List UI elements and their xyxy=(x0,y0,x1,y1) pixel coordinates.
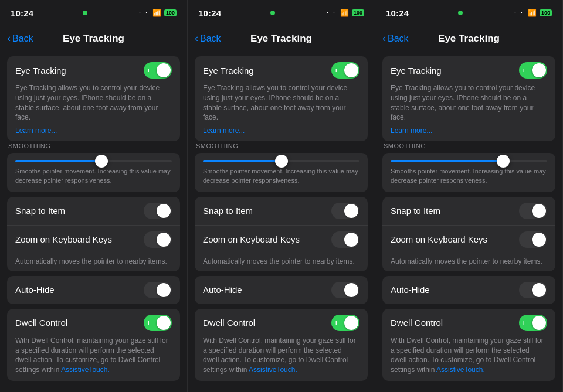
smoothing-card: Smooths pointer movement. Increasing thi… xyxy=(382,153,555,192)
nav-bar: ‹ Back Eye Tracking xyxy=(188,26,375,52)
settings-row[interactable]: Zoom on Keyboard Keys xyxy=(382,226,555,254)
smoothing-section: SMOOTHING Smooths pointer movement. Incr… xyxy=(7,142,180,192)
toggle-on-label: I xyxy=(148,67,150,73)
row-label: Zoom on Keyboard Keys xyxy=(15,234,112,244)
auto-hide-row[interactable]: Auto-Hide xyxy=(382,276,555,304)
assistive-touch-link[interactable]: AssistiveTouch. xyxy=(436,366,485,374)
back-button[interactable]: ‹ Back xyxy=(7,33,33,45)
dwell-control-description: With Dwell Control, maintaining your gaz… xyxy=(391,336,547,375)
nav-title: Eye Tracking xyxy=(438,33,500,45)
slider-thumb[interactable] xyxy=(275,155,288,168)
eye-tracking-section: Eye Tracking I Eye Tracking allows you t… xyxy=(7,56,180,141)
status-time: 10:24 xyxy=(198,8,221,18)
dot-green xyxy=(270,11,275,15)
nav-bar: ‹ Back Eye Tracking xyxy=(0,26,187,52)
eye-tracking-toggle[interactable]: I xyxy=(331,62,359,79)
eye-tracking-section: Eye Tracking I Eye Tracking allows you t… xyxy=(382,56,555,141)
back-button[interactable]: ‹ Back xyxy=(195,33,221,45)
dwell-control-toggle[interactable]: I xyxy=(331,315,359,331)
status-icons: ⋮⋮ 📶 100 xyxy=(137,9,177,17)
dot-green xyxy=(83,11,87,15)
smoothing-label: SMOOTHING xyxy=(7,142,180,149)
status-center xyxy=(83,11,87,15)
auto-hide-label: Auto-Hide xyxy=(15,285,55,295)
nav-title: Eye Tracking xyxy=(250,33,312,45)
settings-row[interactable]: Snap to Item xyxy=(7,197,180,226)
wifi-icon: 📶 xyxy=(340,9,349,17)
back-label[interactable]: Back xyxy=(12,33,33,44)
smoothing-section: SMOOTHING Smooths pointer movement. Incr… xyxy=(195,142,368,192)
row-label: Zoom on Keyboard Keys xyxy=(203,234,300,244)
assistive-touch-link[interactable]: AssistiveTouch. xyxy=(249,366,297,374)
row-toggle[interactable] xyxy=(331,203,359,219)
learn-more-link[interactable]: Learn more... xyxy=(391,127,432,135)
auto-hide-label: Auto-Hide xyxy=(203,285,242,295)
back-label[interactable]: Back xyxy=(200,33,221,44)
rows-description: Automatically moves the pointer to nearb… xyxy=(382,254,555,271)
slider-thumb[interactable] xyxy=(95,155,108,168)
chevron-left-icon: ‹ xyxy=(195,32,198,45)
status-center xyxy=(458,11,463,15)
auto-hide-section: Auto-Hide xyxy=(382,276,555,304)
battery-badge: 100 xyxy=(164,9,177,16)
slider-track[interactable] xyxy=(15,160,172,162)
signal-icon: ⋮⋮ xyxy=(137,9,150,17)
learn-more-link[interactable]: Learn more... xyxy=(15,127,57,135)
signal-icon: ⋮⋮ xyxy=(512,9,525,17)
eye-tracking-row: Eye Tracking I xyxy=(15,62,172,79)
settings-row[interactable]: Snap to Item xyxy=(382,197,555,226)
slider-track[interactable] xyxy=(391,160,547,162)
slider-fill xyxy=(15,160,101,162)
smoothing-section: SMOOTHING Smooths pointer movement. Incr… xyxy=(382,142,555,192)
row-label: Snap to Item xyxy=(203,206,253,216)
eye-tracking-section: Eye Tracking I Eye Tracking allows you t… xyxy=(195,56,368,141)
rows-description: Automatically moves the pointer to nearb… xyxy=(7,254,180,271)
back-label[interactable]: Back xyxy=(388,33,409,44)
row-label: Snap to Item xyxy=(15,206,65,216)
wifi-icon: 📶 xyxy=(152,9,161,17)
eye-tracking-toggle[interactable]: I xyxy=(519,62,547,79)
back-button[interactable]: ‹ Back xyxy=(382,33,409,45)
smoothing-description: Smooths pointer movement. Increasing thi… xyxy=(391,167,547,185)
status-time: 10:24 xyxy=(386,8,409,18)
slider-thumb[interactable] xyxy=(497,155,510,168)
settings-row[interactable]: Snap to Item xyxy=(195,197,368,226)
status-bar: 10:24 ⋮⋮ 📶 100 xyxy=(188,0,375,26)
status-bar: 10:24 ⋮⋮ 📶 100 xyxy=(0,0,187,26)
dwell-control-toggle[interactable]: I xyxy=(144,315,172,331)
slider-track[interactable] xyxy=(203,160,359,162)
assistive-touch-link[interactable]: AssistiveTouch. xyxy=(61,366,110,374)
battery-badge: 100 xyxy=(352,9,364,16)
status-icons: ⋮⋮ 📶 100 xyxy=(512,9,552,17)
eye-tracking-label: Eye Tracking xyxy=(391,66,442,76)
dwell-control-description: With Dwell Control, maintaining your gaz… xyxy=(15,336,172,375)
dwell-control-row: Dwell Control I xyxy=(203,315,359,331)
learn-more-link[interactable]: Learn more... xyxy=(203,127,245,135)
dwell-control-label: Dwell Control xyxy=(391,318,443,328)
row-toggle[interactable] xyxy=(331,231,359,248)
smoothing-description: Smooths pointer movement. Increasing thi… xyxy=(203,167,359,185)
row-label: Snap to Item xyxy=(391,206,440,216)
row-toggle[interactable] xyxy=(144,231,172,248)
row-toggle[interactable] xyxy=(519,203,547,219)
settings-row[interactable]: Zoom on Keyboard Keys xyxy=(7,226,180,254)
auto-hide-row[interactable]: Auto-Hide xyxy=(195,276,368,304)
dwell-control-section: Dwell Control I With Dwell Control, main… xyxy=(7,309,180,381)
signal-icon: ⋮⋮ xyxy=(324,9,337,17)
smoothing-card: Smooths pointer movement. Increasing thi… xyxy=(195,153,368,192)
nav-bar: ‹ Back Eye Tracking xyxy=(375,26,562,52)
rows-description: Automatically moves the pointer to nearb… xyxy=(195,254,368,271)
settings-row[interactable]: Zoom on Keyboard Keys xyxy=(195,226,368,254)
auto-hide-toggle[interactable] xyxy=(144,282,172,298)
eye-tracking-description: Eye Tracking allows you to control your … xyxy=(391,83,547,122)
auto-hide-toggle[interactable] xyxy=(331,282,359,298)
row-toggle[interactable] xyxy=(519,231,547,248)
eye-tracking-label: Eye Tracking xyxy=(15,66,66,76)
row-toggle[interactable] xyxy=(144,203,172,219)
status-time: 10:24 xyxy=(11,8,33,18)
eye-tracking-toggle[interactable]: I xyxy=(144,62,172,79)
auto-hide-toggle[interactable] xyxy=(519,282,547,298)
auto-hide-row[interactable]: Auto-Hide xyxy=(7,276,180,304)
scroll-content: Eye Tracking I Eye Tracking allows you t… xyxy=(375,52,562,392)
dwell-control-toggle[interactable]: I xyxy=(519,315,547,331)
